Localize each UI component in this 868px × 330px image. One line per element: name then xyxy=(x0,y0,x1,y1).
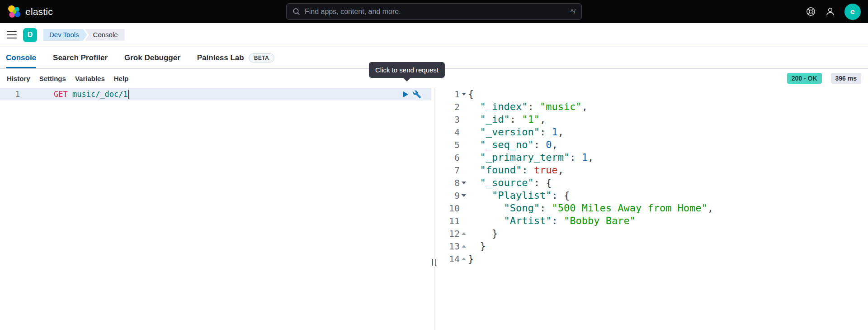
help-link[interactable]: Help xyxy=(114,75,129,82)
response-line[interactable]: 5 "_seq_no": 0, xyxy=(437,139,868,151)
space-initial: D xyxy=(28,31,33,39)
token-key: "Playlist" xyxy=(492,190,552,201)
header-actions: e xyxy=(806,4,861,20)
tab-label: Painless Lab xyxy=(197,53,244,62)
token-punc: : xyxy=(528,101,540,112)
fold-toggle-icon[interactable] xyxy=(460,253,468,265)
token-punc: : xyxy=(540,202,552,214)
tooltip-text: Click to send request xyxy=(375,66,439,74)
response-line[interactable]: 9 "Playlist": { xyxy=(437,189,868,202)
response-line[interactable]: 2 "_index": "music", xyxy=(437,100,868,113)
menu-icon[interactable] xyxy=(7,31,17,38)
token-num: 0 xyxy=(546,139,552,150)
editor-splitter[interactable] xyxy=(431,88,437,330)
code-text[interactable]: } xyxy=(468,227,868,240)
tab-label: Grok Debugger xyxy=(124,53,180,62)
code-text[interactable]: "_source": { xyxy=(468,177,868,189)
code-text[interactable]: "_version": 1, xyxy=(468,126,868,139)
tab-label: Console xyxy=(6,53,36,62)
token-punc: { xyxy=(468,88,474,100)
token-str: "1" xyxy=(522,114,540,125)
user-avatar[interactable]: e xyxy=(844,4,861,20)
request-editor[interactable]: 1GET music/_doc/1 xyxy=(0,88,431,330)
send-request-tooltip: Click to send request xyxy=(369,62,445,78)
response-line[interactable]: 12 } xyxy=(437,227,868,240)
token-plain xyxy=(468,152,480,163)
response-line[interactable]: 3 "_id": "1", xyxy=(437,113,868,126)
token-punc: : xyxy=(570,152,582,163)
response-line[interactable]: 1{ xyxy=(437,88,868,100)
resize-handle-icon[interactable] xyxy=(432,259,436,266)
response-viewer[interactable]: 1{2 "_index": "music",3 "_id": "1",4 "_v… xyxy=(437,88,868,330)
code-text[interactable]: "found": true, xyxy=(468,164,868,177)
token-key: "Song" xyxy=(504,202,539,214)
tab-console[interactable]: Console xyxy=(6,47,36,68)
code-text[interactable]: } xyxy=(468,240,868,253)
brand[interactable]: elastic xyxy=(7,5,53,19)
token-plain xyxy=(468,228,492,239)
token-url: music/_doc/1 xyxy=(72,90,128,99)
global-search[interactable]: ^/ xyxy=(286,3,582,20)
fold-toggle-icon[interactable] xyxy=(460,88,468,100)
response-line[interactable]: 6 "_primary_term": 1, xyxy=(437,151,868,164)
token-plain xyxy=(468,202,504,214)
breadcrumb: Dev Tools Console xyxy=(43,29,125,41)
line-number: 4 xyxy=(437,126,460,139)
fold-toggle-icon[interactable] xyxy=(460,177,468,189)
token-method: GET xyxy=(54,90,68,99)
response-line[interactable]: 4 "_version": 1, xyxy=(437,126,868,139)
token-punc: : xyxy=(510,114,522,125)
user-icon[interactable] xyxy=(825,6,835,17)
token-bool: true xyxy=(534,164,558,176)
response-line[interactable]: 7 "found": true, xyxy=(437,164,868,177)
token-plain xyxy=(468,190,492,201)
code-text[interactable]: { xyxy=(468,88,868,100)
fold-toggle-icon[interactable] xyxy=(460,240,468,253)
code-text[interactable]: "_seq_no": 0, xyxy=(468,139,868,151)
response-line[interactable]: 11 "Artist": "Bobby Bare" xyxy=(437,215,868,227)
tab-grok-debugger[interactable]: Grok Debugger xyxy=(124,47,180,68)
token-plain xyxy=(468,240,480,252)
help-icon[interactable] xyxy=(806,6,816,17)
kibana-dev-tools-page: elastic ^/ e xyxy=(0,0,868,330)
request-line[interactable]: 1GET music/_doc/1 xyxy=(0,88,431,100)
token-key: "_seq_no" xyxy=(480,139,534,150)
fold-col xyxy=(460,113,468,126)
settings-link[interactable]: Settings xyxy=(39,75,66,82)
response-line[interactable]: 14} xyxy=(437,253,868,265)
token-key: "_version" xyxy=(480,126,540,138)
fold-toggle-icon[interactable] xyxy=(460,227,468,240)
breadcrumb-dev-tools[interactable]: Dev Tools xyxy=(43,29,87,41)
code-text[interactable]: "Artist": "Bobby Bare" xyxy=(468,215,868,227)
history-link[interactable]: History xyxy=(7,75,30,82)
variables-link[interactable]: Variables xyxy=(75,75,105,82)
wrench-icon[interactable] xyxy=(413,90,421,99)
token-punc: : xyxy=(522,164,534,176)
response-line[interactable]: 13 } xyxy=(437,240,868,253)
fold-toggle-icon[interactable] xyxy=(460,189,468,202)
code-text[interactable]: "Song": "500 Miles Away from Home", xyxy=(468,202,868,215)
token-punc: } xyxy=(492,228,498,239)
response-line[interactable]: 10 "Song": "500 Miles Away from Home", xyxy=(437,202,868,215)
line-number: 11 xyxy=(437,215,460,227)
code-text[interactable]: "Playlist": { xyxy=(468,189,868,202)
text-cursor xyxy=(128,90,129,99)
code-text[interactable]: "_id": "1", xyxy=(468,113,868,126)
search-input[interactable] xyxy=(305,8,566,16)
token-num: 1 xyxy=(552,126,557,138)
code-text[interactable]: "_primary_term": 1, xyxy=(468,151,868,164)
tab-search-profiler[interactable]: Search Profiler xyxy=(53,47,108,68)
avatar-initial: e xyxy=(850,7,854,16)
tab-painless-lab[interactable]: Painless Lab BETA xyxy=(197,47,274,68)
fold-col xyxy=(460,202,468,215)
breadcrumb-bar: D Dev Tools Console xyxy=(0,23,868,47)
space-avatar[interactable]: D xyxy=(23,28,37,42)
send-request-button[interactable] xyxy=(401,91,409,98)
code-text[interactable]: } xyxy=(468,253,868,265)
line-number: 1 xyxy=(437,88,460,100)
token-punc: , xyxy=(540,114,546,125)
response-line[interactable]: 8 "_source": { xyxy=(437,177,868,189)
code-text[interactable]: "_index": "music", xyxy=(468,100,868,113)
code-text[interactable]: GET music/_doc/1 xyxy=(27,88,431,100)
fold-col xyxy=(460,139,468,151)
